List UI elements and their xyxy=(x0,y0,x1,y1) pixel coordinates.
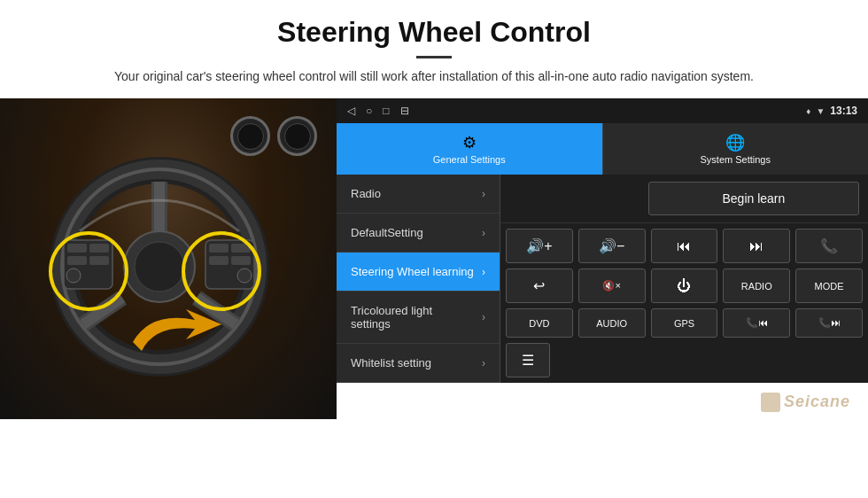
menu-icon-button[interactable]: ☰ xyxy=(506,343,550,377)
prev-button[interactable]: ⏮ xyxy=(651,229,718,263)
vol-down-icon: 🔊− xyxy=(599,237,624,254)
vol-up-icon: 🔊+ xyxy=(526,237,552,254)
highlight-circle-left xyxy=(49,231,128,311)
right-controls: Begin learn 🔊+ 🔊− xyxy=(500,175,868,383)
dvd-label: DVD xyxy=(529,318,549,329)
screenshot-icon[interactable]: ⊟ xyxy=(400,105,409,117)
call-prev-icon: 📞⏮ xyxy=(746,317,768,329)
power-icon: ⏻ xyxy=(677,278,691,294)
top-tabs: ⚙ General Settings 🌐 System Settings xyxy=(337,123,868,175)
android-ui-wrapper: ◁ ○ □ ⊟ ♦ ▼ 13:13 ⚙ General Settings xyxy=(337,98,868,419)
steering-wheel-container xyxy=(27,152,292,391)
next-icon: ⏭ xyxy=(749,238,763,254)
radio-button[interactable]: RADIO xyxy=(723,268,790,303)
menu-item-tricoloured[interactable]: Tricoloured lightsettings › xyxy=(337,292,500,344)
hang-up-button[interactable]: ↩ xyxy=(506,268,573,303)
gauge-left xyxy=(230,116,270,156)
status-bar-right: ♦ ▼ 13:13 xyxy=(806,105,857,117)
watermark-icon xyxy=(761,393,780,412)
svg-point-11 xyxy=(135,242,184,292)
menu-item-default-setting[interactable]: DefaultSetting › xyxy=(337,214,500,253)
controls-row-4: ☰ xyxy=(500,343,868,383)
call-next-button[interactable]: 📞⏭ xyxy=(795,308,863,338)
tab-system-label: System Settings xyxy=(701,154,771,165)
audio-button[interactable]: AUDIO xyxy=(578,308,646,338)
car-image-area xyxy=(0,98,337,419)
menu-item-radio[interactable]: Radio › xyxy=(337,175,500,214)
menu-list-icon: ☰ xyxy=(522,352,534,369)
chevron-icon-default: › xyxy=(482,227,485,239)
next-button[interactable]: ⏭ xyxy=(723,229,790,263)
status-time: 13:13 xyxy=(830,105,857,117)
menu-label-steering: Steering Wheel learning xyxy=(351,265,482,278)
controls-row-2: ↩ 🔇× ⏻ RADIO MO xyxy=(506,268,863,303)
gps-button[interactable]: GPS xyxy=(651,308,718,338)
chevron-icon-whitelist: › xyxy=(482,357,485,370)
menu-label-default: DefaultSetting xyxy=(351,226,482,239)
page-header: Steering Wheel Control Your original car… xyxy=(0,0,868,95)
status-bar-left: ◁ ○ □ ⊟ xyxy=(347,105,409,117)
radio-label: RADIO xyxy=(741,281,772,292)
wifi-icon: ▼ xyxy=(816,106,825,116)
vol-up-button[interactable]: 🔊+ xyxy=(506,229,573,263)
gps-label: GPS xyxy=(674,318,694,329)
recents-icon[interactable]: □ xyxy=(383,105,389,117)
prev-icon: ⏮ xyxy=(677,238,691,254)
left-menu: Radio › DefaultSetting › Steering Wheel … xyxy=(337,175,500,383)
gauge-inner-left xyxy=(237,123,264,150)
begin-learn-button[interactable]: Begin learn xyxy=(648,182,859,215)
menu-label-tricoloured: Tricoloured lightsettings xyxy=(351,304,482,331)
power-button[interactable]: ⏻ xyxy=(651,268,718,303)
home-icon[interactable]: ○ xyxy=(366,105,372,117)
controls-row-1: 🔊+ 🔊− ⏮ ⏭ 📞 xyxy=(506,229,863,263)
system-settings-icon: 🌐 xyxy=(725,133,745,152)
tab-general-settings[interactable]: ⚙ General Settings xyxy=(337,123,602,175)
chevron-icon-radio: › xyxy=(482,188,485,200)
watermark: Seicane xyxy=(761,393,850,412)
call-prev-button[interactable]: 📞⏮ xyxy=(723,308,790,338)
begin-learn-row: Begin learn xyxy=(500,175,868,223)
menu-item-steering-wheel[interactable]: Steering Wheel learning › xyxy=(337,253,500,292)
menu-label-whitelist: Whitelist setting xyxy=(351,356,482,370)
arrow-overlay xyxy=(124,293,230,364)
mute-icon: 🔇× xyxy=(602,280,620,292)
main-content: ◁ ○ □ ⊟ ♦ ▼ 13:13 ⚙ General Settings xyxy=(0,98,868,419)
gauge-right xyxy=(277,116,317,156)
header-divider xyxy=(416,56,452,58)
menu-label-radio: Radio xyxy=(351,187,482,200)
header-description: Your original car's steering wheel contr… xyxy=(18,67,850,86)
tab-general-label: General Settings xyxy=(433,154,506,165)
status-bar: ◁ ○ □ ⊟ ♦ ▼ 13:13 xyxy=(337,98,868,123)
controls-row-3: DVD AUDIO GPS 📞⏮ xyxy=(506,308,863,338)
android-ui: ◁ ○ □ ⊟ ♦ ▼ 13:13 ⚙ General Settings xyxy=(337,98,868,383)
controls-grid: 🔊+ 🔊− ⏮ ⏭ 📞 xyxy=(500,223,868,343)
menu-item-whitelist[interactable]: Whitelist setting › xyxy=(337,344,500,383)
mode-button[interactable]: MODE xyxy=(795,268,863,303)
vol-down-button[interactable]: 🔊− xyxy=(578,229,646,263)
tab-system-settings[interactable]: 🌐 System Settings xyxy=(602,123,869,175)
mute-button[interactable]: 🔇× xyxy=(578,268,646,303)
call-icon: 📞 xyxy=(820,237,838,254)
main-panel: Radio › DefaultSetting › Steering Wheel … xyxy=(337,175,868,383)
gauge-inner-right xyxy=(284,123,311,150)
dvd-button[interactable]: DVD xyxy=(506,308,573,338)
call-button[interactable]: 📞 xyxy=(795,229,863,263)
mode-label: MODE xyxy=(815,281,844,292)
back-icon[interactable]: ◁ xyxy=(347,105,355,117)
audio-label: AUDIO xyxy=(596,318,627,329)
chevron-icon-tricoloured: › xyxy=(482,311,485,323)
call-next-icon: 📞⏭ xyxy=(818,317,841,329)
settings-gear-icon: ⚙ xyxy=(462,133,477,152)
hang-up-icon: ↩ xyxy=(533,277,545,294)
location-icon: ♦ xyxy=(806,106,810,116)
page-title: Steering Wheel Control xyxy=(18,16,850,49)
chevron-icon-steering: › xyxy=(482,266,485,278)
